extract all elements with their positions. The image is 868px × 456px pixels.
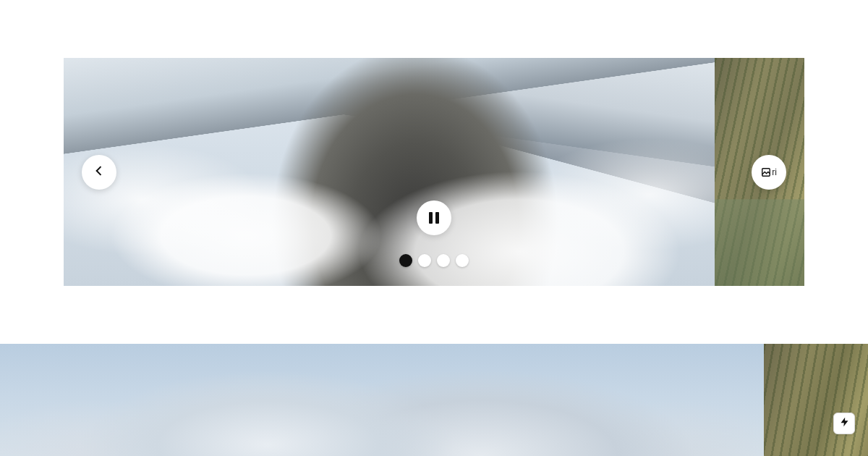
carousel-pagination	[399, 254, 469, 267]
broken-image-icon: ri	[761, 164, 777, 180]
pause-icon	[429, 212, 439, 224]
carousel-dot-1[interactable]	[399, 254, 412, 267]
fullbleed-slide-next-peek	[764, 344, 868, 456]
chevron-left-icon	[92, 164, 106, 181]
carousel-prev-button[interactable]	[82, 155, 116, 190]
carousel-next-button[interactable]: ri	[752, 155, 786, 190]
carousel-dot-3[interactable]	[437, 254, 450, 267]
carousel-slide-current	[64, 58, 715, 286]
carousel-pause-button[interactable]	[417, 200, 451, 235]
lightning-icon	[839, 415, 850, 431]
carousel-dot-4[interactable]	[456, 254, 469, 267]
fullbleed-slide-current	[0, 344, 764, 456]
quick-action-button[interactable]	[833, 413, 855, 434]
broken-image-alt-text: ri	[772, 167, 777, 177]
carousel-dot-2[interactable]	[418, 254, 431, 267]
image-carousel: ri	[64, 58, 804, 286]
image-carousel-fullbleed	[0, 344, 868, 456]
